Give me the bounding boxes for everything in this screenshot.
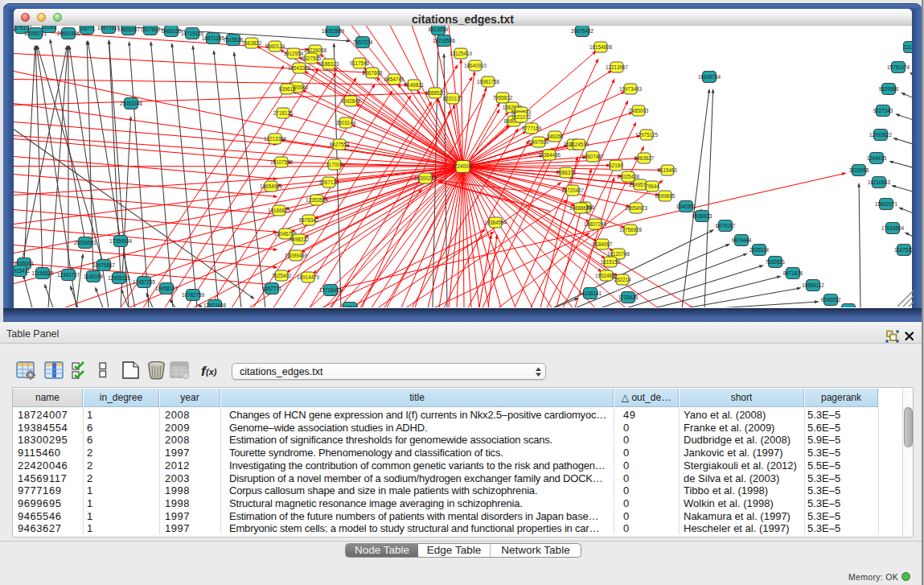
- svg-text:15720407: 15720407: [561, 187, 585, 192]
- svg-text:12093822: 12093822: [869, 131, 893, 137]
- svg-text:7632621: 7632621: [766, 258, 786, 264]
- svg-text:19166825: 19166825: [268, 207, 291, 212]
- svg-text:124504: 124504: [341, 304, 359, 307]
- svg-text:6497509: 6497509: [529, 138, 549, 144]
- svg-text:7955812: 7955812: [493, 94, 513, 100]
- svg-text:9146821: 9146821: [405, 81, 425, 87]
- svg-text:16107553: 16107553: [270, 159, 294, 164]
- svg-text:25053346: 25053346: [120, 100, 143, 105]
- svg-text:1244415: 1244415: [867, 154, 887, 160]
- svg-text:17240047: 17240047: [451, 163, 474, 169]
- svg-text:109771: 109771: [78, 26, 96, 31]
- svg-text:6466160: 6466160: [162, 27, 182, 33]
- svg-text:16671355: 16671355: [202, 35, 225, 40]
- svg-text:7986372: 7986372: [556, 169, 577, 175]
- svg-text:20691406: 20691406: [57, 30, 80, 35]
- svg-text:17359934: 17359934: [109, 237, 133, 243]
- svg-text:2367608: 2367608: [363, 69, 383, 75]
- svg-text:20364436: 20364436: [538, 151, 561, 157]
- svg-text:9245052: 9245052: [821, 296, 841, 302]
- svg-text:1640951: 1640951: [676, 203, 696, 208]
- svg-text:1145194: 1145194: [84, 273, 104, 278]
- svg-text:8660124: 8660124: [265, 43, 285, 48]
- svg-text:1588520: 1588520: [425, 89, 446, 95]
- svg-text:9115460: 9115460: [658, 167, 678, 172]
- svg-text:6479197: 6479197: [716, 222, 736, 228]
- svg-text:924505: 924505: [840, 306, 857, 307]
- svg-text:10756928: 10756928: [619, 226, 643, 232]
- svg-text:16120746: 16120746: [607, 250, 630, 256]
- svg-text:17016504: 17016504: [881, 225, 905, 230]
- svg-text:16210643: 16210643: [868, 179, 891, 184]
- svg-text:15692971: 15692971: [875, 200, 898, 206]
- svg-text:10655267: 10655267: [117, 26, 141, 31]
- svg-text:(x): (x): [206, 367, 217, 377]
- svg-text:79644: 79644: [645, 183, 659, 188]
- svg-text:14136141: 14136141: [579, 290, 602, 295]
- svg-text:20391: 20391: [42, 26, 56, 30]
- svg-text:8427552: 8427552: [330, 141, 350, 146]
- svg-text:117006: 117006: [326, 161, 343, 167]
- svg-text:2718126: 2718126: [273, 109, 294, 115]
- svg-text:11121: 11121: [904, 43, 912, 49]
- svg-text:18300273: 18300273: [414, 175, 437, 180]
- svg-text:9657771: 9657771: [262, 285, 282, 290]
- svg-text:19654925: 19654925: [260, 183, 283, 188]
- svg-text:1733426: 1733426: [618, 294, 639, 299]
- svg-text:12213389: 12213389: [264, 135, 287, 141]
- svg-text:19654923: 19654923: [625, 204, 648, 210]
- svg-text:8186323: 8186323: [319, 60, 339, 66]
- svg-text:15751074: 15751074: [887, 64, 910, 69]
- svg-text:146266: 146266: [546, 133, 564, 138]
- svg-text:10975867: 10975867: [92, 262, 116, 267]
- svg-text:16099489: 16099489: [285, 252, 308, 257]
- svg-text:16648764: 16648764: [698, 73, 721, 79]
- svg-text:7663822: 7663822: [242, 39, 262, 45]
- svg-text:20206551: 20206551: [74, 239, 97, 245]
- svg-text:15718485: 15718485: [319, 286, 343, 292]
- svg-text:8220137: 8220137: [443, 95, 463, 101]
- svg-text:16914479: 16914479: [297, 274, 320, 279]
- svg-text:2803144: 2803144: [336, 119, 356, 125]
- svg-text:7485003: 7485003: [629, 107, 649, 113]
- svg-text:16782759: 16782759: [182, 291, 205, 297]
- svg-text:12975125: 12975125: [635, 131, 659, 137]
- svg-text:17457255: 17457255: [133, 278, 156, 284]
- svg-text:9117546: 9117546: [350, 60, 370, 65]
- svg-text:10688639: 10688639: [569, 204, 593, 210]
- svg-text:18807249: 18807249: [584, 220, 607, 226]
- svg-text:1615152: 1615152: [601, 258, 621, 264]
- svg-text:9498222: 9498222: [290, 236, 310, 241]
- svg-text:9327505: 9327505: [302, 55, 322, 60]
- svg-text:16961758: 16961758: [477, 78, 500, 84]
- svg-text:12905115: 12905115: [108, 274, 130, 280]
- svg-text:18640910: 18640910: [464, 62, 487, 68]
- svg-text:7625402: 7625402: [272, 272, 292, 278]
- svg-text:12342737: 12342737: [57, 271, 80, 277]
- svg-text:9227343: 9227343: [873, 107, 893, 113]
- svg-text:9184067: 9184067: [593, 241, 613, 246]
- svg-text:8813054: 8813054: [429, 26, 449, 31]
- svg-text:3624514: 3624514: [569, 141, 589, 146]
- svg-text:16154808: 16154808: [589, 43, 613, 49]
- svg-text:8454749: 8454749: [384, 76, 405, 81]
- svg-text:9474444: 9474444: [732, 237, 752, 242]
- svg-text:19218506: 19218506: [433, 37, 456, 43]
- svg-text:7515526: 7515526: [224, 36, 244, 42]
- svg-text:3915411: 3915411: [14, 267, 31, 273]
- svg-text:8471676: 8471676: [783, 270, 803, 275]
- svg-text:19384554: 19384554: [484, 219, 507, 225]
- svg-text:12923448: 12923448: [203, 302, 227, 307]
- svg-text:10958107: 10958107: [155, 285, 179, 290]
- svg-text:62160: 62160: [609, 162, 623, 167]
- svg-text:8878342: 8878342: [299, 216, 319, 222]
- svg-text:11156829: 11156829: [31, 270, 54, 275]
- svg-text:10854112: 10854112: [802, 282, 824, 287]
- svg-text:9329966: 9329966: [879, 85, 899, 91]
- svg-text:10973493: 10973493: [619, 85, 643, 91]
- svg-text:2935114: 2935114: [749, 246, 770, 252]
- svg-text:10719155: 10719155: [181, 30, 204, 35]
- svg-text:1167533: 1167533: [894, 246, 912, 252]
- svg-text:13125419: 13125419: [450, 50, 473, 56]
- svg-text:16053809: 16053809: [322, 27, 345, 33]
